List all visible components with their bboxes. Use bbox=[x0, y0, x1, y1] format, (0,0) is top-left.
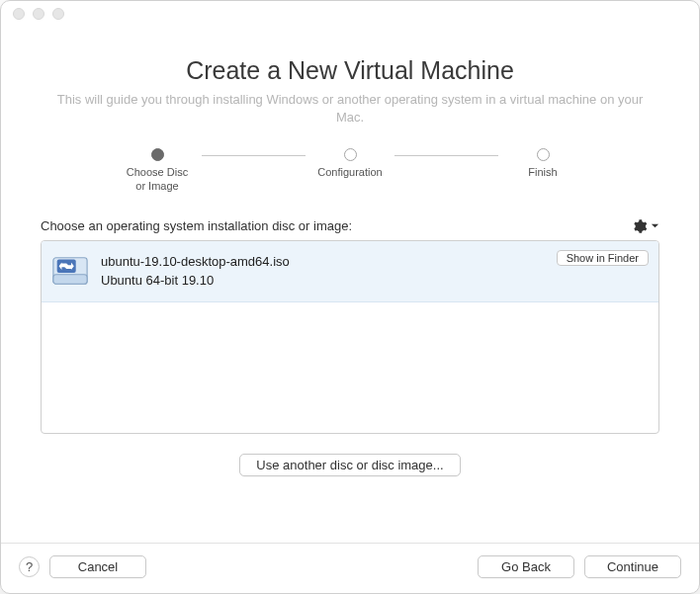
step-label: Choose Disc or Image bbox=[127, 166, 188, 192]
options-menu-button[interactable] bbox=[632, 218, 659, 234]
footer: ? Cancel Go Back Continue bbox=[1, 543, 699, 593]
step-connector bbox=[394, 155, 498, 156]
step-dot-icon bbox=[537, 148, 550, 161]
section-header-row: Choose an operating system installation … bbox=[41, 218, 659, 234]
page-subtitle: This will guide you through installing W… bbox=[53, 91, 647, 127]
gear-icon bbox=[632, 218, 648, 234]
chevron-down-icon bbox=[651, 221, 659, 230]
step-label: Finish bbox=[528, 166, 557, 179]
close-window-icon[interactable] bbox=[13, 8, 25, 20]
step-label: Configuration bbox=[317, 166, 382, 179]
svg-rect-1 bbox=[53, 275, 87, 285]
page-title: Create a New Virtual Machine bbox=[186, 56, 514, 85]
step-connector bbox=[202, 155, 306, 156]
item-description: Ubuntu 64-bit 19.10 bbox=[101, 273, 545, 288]
mid-button-row: Use another disc or disc image... bbox=[41, 454, 659, 476]
disc-image-list[interactable]: ubuntu-19.10-desktop-amd64.iso Ubuntu 64… bbox=[41, 240, 659, 434]
content-area: Create a New Virtual Machine This will g… bbox=[1, 27, 699, 543]
list-item-texts: ubuntu-19.10-desktop-amd64.iso Ubuntu 64… bbox=[101, 254, 545, 288]
help-button[interactable]: ? bbox=[19, 556, 40, 577]
go-back-button[interactable]: Go Back bbox=[478, 555, 574, 578]
step-choose-disc: Choose Disc or Image bbox=[113, 148, 202, 192]
item-filename: ubuntu-19.10-desktop-amd64.iso bbox=[101, 254, 545, 269]
show-in-finder-button[interactable]: Show in Finder bbox=[557, 250, 649, 266]
step-dot-icon bbox=[344, 148, 357, 161]
zoom-window-icon[interactable] bbox=[52, 8, 64, 20]
cancel-button[interactable]: Cancel bbox=[49, 555, 146, 578]
titlebar bbox=[1, 1, 699, 27]
step-finish: Finish bbox=[498, 148, 587, 179]
section-prompt: Choose an operating system installation … bbox=[41, 218, 352, 233]
vm-wizard-window: Create a New Virtual Machine This will g… bbox=[0, 0, 700, 594]
use-another-disc-button[interactable]: Use another disc or disc image... bbox=[239, 454, 460, 476]
step-dot-active-icon bbox=[151, 148, 164, 161]
wizard-steps: Choose Disc or Image Configuration Finis… bbox=[113, 148, 587, 192]
step-configuration: Configuration bbox=[306, 148, 394, 179]
minimize-window-icon[interactable] bbox=[33, 8, 44, 20]
list-item[interactable]: ubuntu-19.10-desktop-amd64.iso Ubuntu 64… bbox=[42, 241, 658, 302]
disc-image-icon bbox=[51, 252, 89, 290]
continue-button[interactable]: Continue bbox=[584, 555, 681, 578]
